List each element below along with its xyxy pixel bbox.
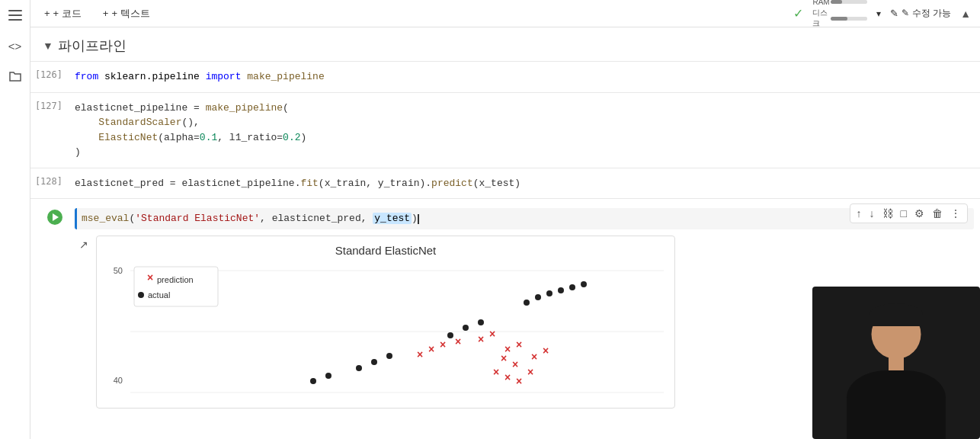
link-button[interactable]: ⛓ [881,206,895,221]
sidebar-folder-icon[interactable] [6,67,24,85]
svg-rect-1 [8,14,22,16]
check-icon: ✓ [793,6,803,21]
chart-container: Standard ElasticNet 50 40 [96,236,675,409]
pencil-icon: ✎ [890,8,898,19]
toolbar-left: + + 코드 + + 텍스트 [40,5,155,22]
cell-126: [126] from sklearn.pipeline import make_… [30,65,980,89]
svg-text:×: × [531,351,537,363]
ram-disk-info: RAM 디스크 [812,0,867,29]
resource-dropdown[interactable]: ▾ [876,8,881,19]
svg-text:×: × [147,271,153,284]
svg-point-13 [478,319,484,325]
svg-text:actual: actual [148,290,170,300]
svg-text:×: × [516,338,522,351]
svg-text:prediction: prediction [157,275,194,284]
add-code-label: + 코드 [53,7,82,21]
svg-text:×: × [501,352,507,364]
toolbar: + + 코드 + + 텍스트 ✓ RAM 디스크 [30,0,980,27]
section-title: 파이프라인 [58,37,127,55]
svg-text:×: × [440,338,446,351]
section-arrow[interactable]: ▼ [43,40,53,52]
divider-2 [30,92,980,93]
cell-number-126: [126] [30,66,69,88]
copy-button[interactable]: □ [899,206,908,221]
yaxis-label-50: 50 [114,266,123,275]
svg-text:×: × [543,344,549,357]
svg-text:×: × [428,343,434,355]
svg-point-15 [535,294,541,300]
chart-body: 50 40 [104,263,667,400]
svg-point-9 [371,359,377,365]
svg-point-14 [524,300,530,306]
svg-text:×: × [455,335,461,348]
move-up-button[interactable]: ↑ [855,206,863,221]
toolbar-right: ✓ RAM 디스크 ▾ [793,0,971,29]
person-hair [870,303,923,326]
person-neck [889,357,904,372]
chart-title: Standard ElasticNet [104,244,667,257]
move-down-button[interactable]: ↓ [868,206,876,221]
ram-bar-container: RAM [812,0,867,6]
ram-bar-fill [831,0,841,4]
chart-plot: × × × × × × × × [127,263,667,400]
run-button-area [30,205,69,412]
active-cell-code[interactable]: mse_eval('Standard ElasticNet', elasticn… [75,208,974,229]
disk-bar-fill [831,17,847,21]
svg-point-11 [447,332,453,338]
svg-point-19 [581,281,587,287]
cell-toolbar: ↑ ↓ ⛓ □ ⚙ 🗑 ⋮ [850,203,968,223]
svg-point-39 [138,292,144,298]
person-video [812,287,980,439]
cell-127: [127] elasticnet_pipeline = make_pipelin… [30,96,980,165]
add-code-button[interactable]: + + 코드 [40,5,86,22]
collapse-button[interactable]: ▲ [960,8,971,20]
ram-bar-track [831,0,867,4]
settings-button[interactable]: ⚙ [913,206,926,221]
svg-point-18 [569,284,575,290]
delete-button[interactable]: 🗑 [930,206,944,221]
svg-point-6 [310,378,316,384]
cell-content-127[interactable]: elasticnet_pipeline = make_pipeline( Sta… [69,98,980,163]
output-expand-icon[interactable]: ↗ [75,236,93,254]
edit-mode-button[interactable]: ✎ ✎ 수정 가능 [890,7,951,20]
run-cell-button[interactable] [47,210,62,225]
plus-code-icon: + [44,8,50,19]
svg-text:×: × [489,328,495,340]
sidebar-code-icon[interactable]: <> [6,37,24,55]
svg-point-12 [463,325,469,331]
plus-text-icon: + [103,8,109,19]
divider-4 [30,198,980,199]
more-button[interactable]: ⋮ [949,206,962,221]
svg-text:×: × [512,358,518,370]
cell-content-126[interactable]: from sklearn.pipeline import make_pipeli… [69,66,980,88]
svg-point-17 [558,287,564,293]
add-text-label: + 텍스트 [111,7,149,21]
cell-number-127: [127] [30,98,69,163]
svg-point-7 [325,373,331,379]
svg-point-16 [546,290,552,296]
svg-text:×: × [417,348,423,360]
yaxis-label-40: 40 [114,376,123,385]
ram-label: RAM [812,0,828,6]
person-silhouette [812,287,980,439]
add-text-button[interactable]: + + 텍스트 [98,5,155,22]
cell-code-127: elasticnet_pipeline = make_pipeline( Sta… [75,101,974,160]
svg-text:×: × [493,366,499,378]
cell-content-128[interactable]: elasticnet_pred = elasticnet_pipeline.fi… [69,173,980,194]
svg-text:×: × [504,371,511,383]
disk-bar-container: 디스크 [812,8,867,29]
cell-code-128: elasticnet_pred = elasticnet_pipeline.fi… [75,176,974,191]
output-with-icon: ↗ Standard ElasticNet 50 40 [75,236,675,409]
svg-rect-0 [8,10,22,11]
edit-mode-label: ✎ 수정 가능 [902,7,951,20]
svg-point-8 [356,365,362,371]
chart-yaxis: 50 40 [104,263,127,400]
sidebar: <> [0,0,30,439]
divider [30,61,980,62]
svg-text:×: × [527,366,533,378]
chart-svg: × × × × × × × × [127,263,667,400]
cell-code-126: from sklearn.pipeline import make_pipeli… [75,69,974,85]
sidebar-menu-icon[interactable] [6,6,24,24]
resource-bars: RAM 디스크 [812,0,867,29]
svg-text:×: × [478,333,484,345]
